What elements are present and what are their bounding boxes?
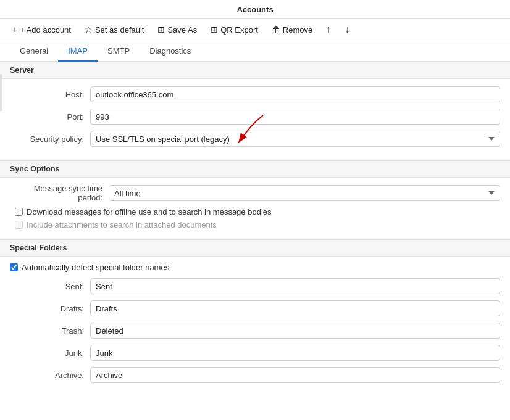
include-attachments-checkbox[interactable] [15, 221, 23, 229]
server-section-header: Server [0, 62, 510, 79]
include-attachments-label: Include attachments to search in attache… [27, 220, 217, 229]
trash-row: Trash: [10, 323, 500, 339]
special-folders-form: Automatically detect special folder name… [0, 257, 510, 395]
qr-icon: ⊞ [211, 25, 218, 35]
message-sync-select[interactable]: All time1 month3 months6 months1 year [109, 185, 500, 201]
toolbar: + + Add account ☆ Set as default ⊞ Save … [0, 19, 510, 41]
trash-input[interactable] [90, 323, 500, 339]
sync-form: Message sync time period: All time1 mont… [0, 178, 510, 239]
archive-input[interactable] [90, 367, 500, 383]
archive-label: Archive: [10, 371, 90, 380]
up-arrow-icon: ↑ [326, 24, 331, 35]
sent-input[interactable] [90, 278, 500, 294]
tab-general[interactable]: General [10, 41, 58, 62]
port-row: Port: [10, 109, 500, 125]
tab-bar: General IMAP SMTP Diagnostics [0, 41, 510, 62]
include-attachments-row: Include attachments to search in attache… [10, 220, 500, 229]
host-input[interactable] [90, 86, 500, 102]
qr-export-button[interactable]: ⊞ QR Export [206, 22, 263, 37]
download-messages-checkbox[interactable] [15, 208, 23, 216]
sent-label: Sent: [10, 282, 90, 291]
add-account-button[interactable]: + + Add account [7, 22, 76, 37]
move-up-button[interactable]: ↑ [321, 22, 336, 37]
security-label: Security policy: [10, 134, 90, 144]
trash-label: Trash: [10, 326, 90, 336]
download-messages-label: Download messages for offline use and to… [27, 207, 272, 216]
junk-row: Junk: [10, 345, 500, 361]
message-sync-row: Message sync time period: All time1 mont… [10, 184, 500, 202]
tab-diagnostics[interactable]: Diagnostics [140, 41, 201, 62]
port-input[interactable] [90, 109, 500, 125]
add-account-label: + Add account [20, 25, 71, 35]
server-form: Host: Port: Security policy: Use SSL/TLS… [0, 79, 510, 160]
tab-imap[interactable]: IMAP [58, 41, 98, 62]
auto-detect-row: Automatically detect special folder name… [10, 263, 500, 272]
host-label: Host: [10, 90, 90, 99]
remove-label: Remove [283, 25, 312, 35]
host-row: Host: [10, 86, 500, 102]
drafts-input[interactable] [90, 300, 500, 316]
qr-export-label: QR Export [220, 25, 258, 35]
down-arrow-icon: ↓ [345, 24, 349, 35]
drafts-row: Drafts: [10, 300, 500, 316]
tab-smtp[interactable]: SMTP [98, 41, 140, 62]
remove-button[interactable]: 🗑 Remove [267, 22, 317, 37]
junk-label: Junk: [10, 348, 90, 358]
special-folders-section-header: Special Folders [0, 239, 510, 257]
security-row: Security policy: Use SSL/TLS on special … [10, 131, 500, 147]
auto-detect-checkbox[interactable] [10, 263, 18, 271]
trash-icon: 🗑 [272, 25, 280, 35]
window-title: Accounts [236, 5, 273, 14]
set-as-default-button[interactable]: ☆ Set as default [80, 22, 149, 37]
sent-row: Sent: [10, 278, 500, 294]
save-as-button[interactable]: ⊞ Save As [153, 22, 202, 37]
auto-detect-label: Automatically detect special folder name… [22, 263, 169, 272]
title-bar: Accounts [0, 0, 510, 19]
left-accent-bar [0, 74, 2, 111]
archive-row: Archive: [10, 367, 500, 383]
drafts-label: Drafts: [10, 304, 90, 313]
move-down-button[interactable]: ↓ [340, 22, 354, 37]
message-sync-label: Message sync time period: [10, 184, 109, 202]
set-as-default-label: Set as default [95, 25, 144, 35]
save-as-label: Save As [167, 25, 197, 35]
download-messages-row: Download messages for offline use and to… [10, 207, 500, 216]
port-label: Port: [10, 112, 90, 121]
star-icon: ☆ [85, 25, 93, 35]
security-select[interactable]: Use SSL/TLS on special port (legacy)Use … [90, 131, 500, 147]
add-icon: + [12, 25, 17, 35]
main-content: Server Host: Port: Security policy: Use … [0, 62, 510, 395]
junk-input[interactable] [90, 345, 500, 361]
save-icon: ⊞ [157, 25, 165, 35]
sync-section-header: Sync Options [0, 160, 510, 178]
